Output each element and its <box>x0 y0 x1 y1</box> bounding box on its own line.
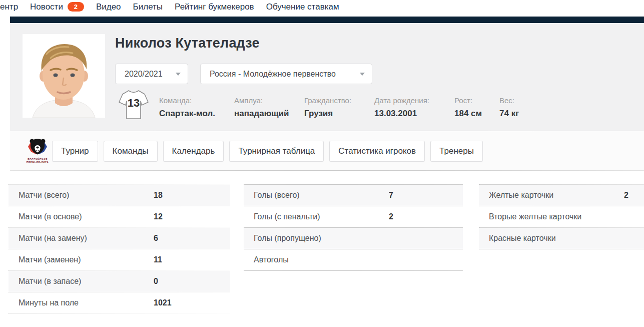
info-citizenship: Гражданство: Грузия <box>304 96 374 119</box>
navy-divider-bar <box>10 17 644 23</box>
stat-row: Автоголы <box>244 249 463 271</box>
rpl-league-logo: РОССИЙСКАЯ ПРЕМЬЕР-ЛИГА <box>23 138 52 164</box>
stat-label: Матчи (заменен) <box>19 249 81 270</box>
info-team: Команда: Спартак-мол. <box>159 96 234 119</box>
info-value: Грузия <box>304 109 374 119</box>
stat-row: Голы (всего) 7 <box>244 185 463 206</box>
nav-item-bookmaker-rating[interactable]: Рейтинг букмекеров <box>175 2 254 12</box>
info-value: Спартак-мол. <box>159 109 234 119</box>
nav-item-label: Обучение ставкам <box>266 2 339 12</box>
stats-column-goals: Голы (всего) 7 Голы (с пенальти) 2 Голы … <box>244 184 463 271</box>
stat-value: 18 <box>154 185 163 206</box>
stat-row: Вторые желтые карточки <box>479 206 644 228</box>
stat-label: Голы (пропущено) <box>254 228 321 249</box>
stat-label: Матчи (всего) <box>19 185 69 206</box>
stat-row: Желтые карточки 2 <box>479 185 644 206</box>
nav-item-tickets[interactable]: Билеты <box>133 2 163 12</box>
nav-item-match-center[interactable]: ентр <box>0 2 18 12</box>
nav-item-news[interactable]: Новости 2 <box>30 2 84 12</box>
season-dropdown[interactable]: 2020/2021 <box>115 64 188 84</box>
nav-item-video[interactable]: Видео <box>96 2 121 12</box>
info-value: нападающий <box>234 109 304 119</box>
stat-label: Голы (с пенальти) <box>254 206 320 227</box>
stat-row: Голы (с пенальти) 2 <box>244 206 463 228</box>
page-title-player-name: Николоз Кутателадзе <box>115 35 260 51</box>
player-photo <box>23 34 105 118</box>
stat-value: 0 <box>154 271 158 292</box>
info-position: Амплуа: нападающий <box>234 96 304 119</box>
tab-player-stats[interactable]: Статистика игроков <box>329 141 425 162</box>
chevron-down-icon <box>360 73 365 76</box>
stat-label: Матчи (в запасе) <box>19 271 81 292</box>
stat-row: Голы (пропущено) <box>244 228 463 249</box>
stat-label: Автоголы <box>254 249 289 270</box>
stat-label: Голы (всего) <box>254 185 300 206</box>
nav-item-label: ентр <box>0 2 18 12</box>
rpl-bear-icon <box>26 138 49 156</box>
nav-item-label: Видео <box>96 2 121 12</box>
tab-coaches[interactable]: Тренеры <box>430 141 483 162</box>
stat-row: Минуты на поле 1021 <box>9 292 230 314</box>
tournament-tabs-row: РОССИЙСКАЯ ПРЕМЬЕР-ЛИГА Турнир Команды К… <box>10 131 644 171</box>
info-label: Дата рождения: <box>374 96 454 105</box>
stat-value: 2 <box>389 206 393 227</box>
top-navigation: ентр Новости 2 Видео Билеты Рейтинг букм… <box>0 0 644 14</box>
player-info-row: Команда: Спартак-мол. Амплуа: нападающий… <box>159 96 544 119</box>
info-weight: Вес: 74 кг <box>499 96 544 119</box>
stat-value: 1021 <box>154 292 172 313</box>
chevron-down-icon <box>176 73 181 76</box>
stat-value: 2 <box>624 185 628 206</box>
stats-column-matches: Матчи (всего) 18 Матчи (в основе) 12 Мат… <box>9 184 230 314</box>
nav-item-label: Рейтинг букмекеров <box>175 2 254 12</box>
stat-value: 12 <box>154 206 163 227</box>
info-value: 184 см <box>454 109 499 119</box>
stat-value: 7 <box>389 185 393 206</box>
tab-teams[interactable]: Команды <box>104 141 158 162</box>
tab-calendar[interactable]: Календарь <box>163 141 224 162</box>
stat-label: Красные карточки <box>489 228 556 249</box>
stat-label: Вторые желтые карточки <box>489 206 581 227</box>
tab-standings[interactable]: Турнирная таблица <box>229 141 324 162</box>
league-caption-line2: ПРЕМЬЕР-ЛИГА <box>23 161 52 164</box>
stat-row: Матчи (заменен) 11 <box>9 249 230 271</box>
tab-tournament[interactable]: Турнир <box>52 141 98 162</box>
stats-column-cards: Желтые карточки 2 Вторые желтые карточки… <box>479 184 644 249</box>
jersey-number-badge: 13 <box>118 89 149 121</box>
stat-row: Матчи (всего) 18 <box>9 185 230 206</box>
nav-item-betting-training[interactable]: Обучение ставкам <box>266 2 339 12</box>
stat-row: Матчи (в запасе) 0 <box>9 271 230 292</box>
nav-item-label: Билеты <box>133 2 163 12</box>
stat-row: Матчи (на замену) 6 <box>9 228 230 249</box>
stat-row: Красные карточки <box>479 228 644 249</box>
stat-value: 6 <box>154 228 158 249</box>
info-label: Рост: <box>454 96 499 105</box>
info-height: Рост: 184 см <box>454 96 499 119</box>
tab-list: Турнир Команды Календарь Турнирная табли… <box>52 141 483 162</box>
jersey-number: 13 <box>118 97 149 110</box>
player-header-section: Николоз Кутателадзе 2020/2021 Россия - М… <box>10 23 644 131</box>
tournament-dropdown-value: Россия - Молодёжное первенство <box>210 70 336 79</box>
player-portrait-image <box>23 34 105 118</box>
info-label: Вес: <box>499 96 544 105</box>
season-dropdown-value: 2020/2021 <box>125 70 163 79</box>
info-label: Амплуа: <box>234 96 304 105</box>
stat-label: Матчи (на замену) <box>19 228 87 249</box>
info-label: Гражданство: <box>304 96 374 105</box>
news-count-badge: 2 <box>68 2 84 12</box>
info-value: 74 кг <box>499 109 544 119</box>
info-label: Команда: <box>159 96 234 105</box>
nav-item-label: Новости <box>30 2 63 12</box>
stat-label: Минуты на поле <box>19 292 79 313</box>
tournament-dropdown[interactable]: Россия - Молодёжное первенство <box>200 64 372 84</box>
stat-label: Матчи (в основе) <box>19 206 82 227</box>
info-birthdate: Дата рождения: 13.03.2001 <box>374 96 454 119</box>
stat-label: Желтые карточки <box>489 185 553 206</box>
stat-row: Матчи (в основе) 12 <box>9 206 230 228</box>
info-value: 13.03.2001 <box>374 109 454 119</box>
stat-value: 11 <box>154 249 162 270</box>
